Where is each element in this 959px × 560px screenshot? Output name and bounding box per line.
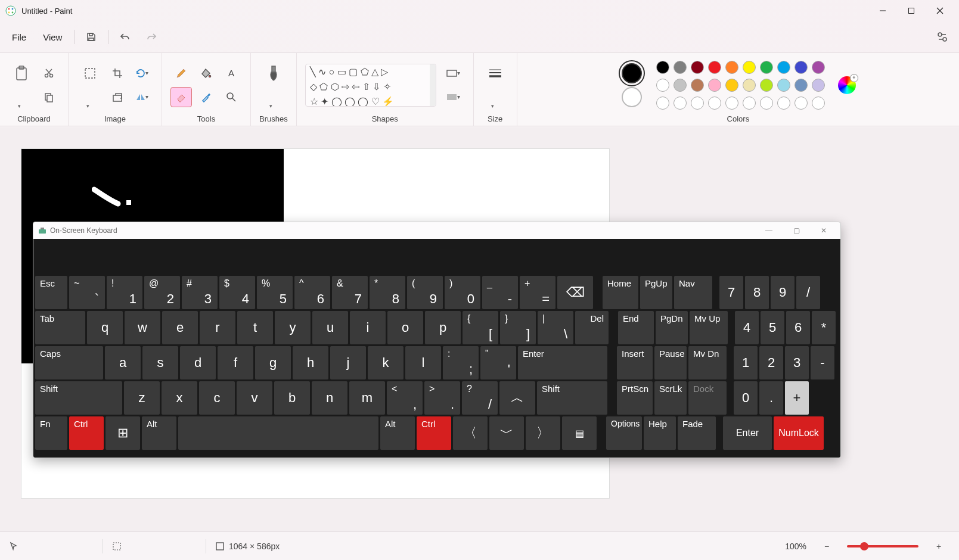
zoom-slider[interactable] <box>847 545 918 547</box>
color-swatch[interactable] <box>656 79 669 92</box>
key-2[interactable]: @2 <box>144 276 180 309</box>
key-shift-left[interactable]: Shift <box>35 381 122 415</box>
numkey-0[interactable]: 0 <box>734 381 758 415</box>
numkey-5[interactable]: 5 <box>761 311 784 344</box>
color1-swatch[interactable] <box>622 63 642 83</box>
key-esc[interactable]: Esc <box>35 276 67 309</box>
color-swatch[interactable] <box>725 61 738 74</box>
key-p[interactable]: p <box>425 311 461 344</box>
color-swatch[interactable] <box>691 97 704 110</box>
numkey-8[interactable]: 8 <box>745 276 769 309</box>
key-o[interactable]: o <box>387 311 423 344</box>
key-options[interactable]: Options <box>606 416 642 450</box>
color-swatch[interactable] <box>812 61 825 74</box>
color-swatch[interactable] <box>777 79 790 92</box>
key-pgup[interactable]: PgUp <box>640 276 672 309</box>
key-scrlk[interactable]: ScrLk <box>654 381 687 415</box>
key-m[interactable]: m <box>349 381 385 415</box>
key-t[interactable]: t <box>237 311 273 344</box>
key-n[interactable]: n <box>312 381 347 415</box>
close-button[interactable] <box>926 0 954 21</box>
key-space[interactable] <box>178 416 378 450</box>
key-w[interactable]: w <box>125 311 160 344</box>
key-9[interactable]: (9 <box>407 276 443 309</box>
shape-fill-button[interactable]: ▾ <box>443 87 465 107</box>
undo-button[interactable] <box>113 25 137 49</box>
key-home[interactable]: Home <box>603 276 638 309</box>
settings-button[interactable] <box>930 25 954 49</box>
color-swatch[interactable] <box>794 79 808 92</box>
numkey-enter[interactable]: Enter <box>723 416 772 450</box>
color-swatch[interactable] <box>656 97 669 110</box>
key-alt-right[interactable]: Alt <box>380 416 415 450</box>
color-swatch[interactable] <box>743 61 756 74</box>
key-h[interactable]: h <box>293 346 328 379</box>
numkey-multiply[interactable]: * <box>812 311 836 344</box>
color-swatch[interactable] <box>794 97 808 110</box>
key-l[interactable]: l <box>405 346 441 379</box>
text-tool[interactable]: A <box>221 63 242 83</box>
key-4[interactable]: $4 <box>219 276 255 309</box>
key-g[interactable]: g <box>255 346 291 379</box>
color-swatch[interactable] <box>777 61 790 74</box>
color-swatch[interactable] <box>760 61 773 74</box>
key-down[interactable]: ﹀ <box>489 416 524 450</box>
key-bracket-left[interactable]: {[ <box>463 311 498 344</box>
maximize-button[interactable] <box>897 0 926 21</box>
key-i[interactable]: i <box>350 311 386 344</box>
numkey-6[interactable]: 6 <box>786 311 810 344</box>
key-y[interactable]: y <box>275 311 311 344</box>
key-e[interactable]: e <box>162 311 198 344</box>
key-alt-left[interactable]: Alt <box>142 416 176 450</box>
key-enter[interactable]: Enter <box>518 346 607 379</box>
zoom-in-button[interactable]: + <box>928 536 949 556</box>
key-equals[interactable]: += <box>520 276 555 309</box>
key-ctrl-right[interactable]: Ctrl <box>417 416 451 450</box>
key-prtscn[interactable]: PrtScn <box>617 381 653 415</box>
key-bracket-right[interactable]: }] <box>500 311 536 344</box>
key-help[interactable]: Help <box>644 416 676 450</box>
key-dock[interactable]: Dock <box>688 381 727 415</box>
edit-colors-button[interactable] <box>838 76 856 94</box>
color-swatch[interactable] <box>691 61 704 74</box>
pencil-tool[interactable] <box>170 63 192 83</box>
paste-dropdown[interactable]: ▾ <box>8 90 30 110</box>
numkey-2[interactable]: 2 <box>759 346 783 379</box>
key-comma[interactable]: <, <box>387 381 423 415</box>
color-swatch[interactable] <box>725 79 738 92</box>
color-swatch[interactable] <box>708 79 721 92</box>
key-u[interactable]: u <box>312 311 348 344</box>
key-left[interactable]: 〈 <box>453 416 488 450</box>
numkey-7[interactable]: 7 <box>719 276 743 309</box>
osk-maximize-button[interactable]: ▢ <box>784 222 808 239</box>
key-j[interactable]: j <box>330 346 366 379</box>
key-numlock[interactable]: NumLock <box>774 416 824 450</box>
crop-button[interactable] <box>107 63 128 83</box>
numkey-3[interactable]: 3 <box>785 346 809 379</box>
brush-button[interactable] <box>260 60 287 86</box>
redo-button[interactable] <box>139 25 163 49</box>
key-pause[interactable]: Pause <box>654 346 687 379</box>
flip-button[interactable]: ▾ <box>132 87 153 107</box>
key-right[interactable]: 〉 <box>526 416 560 450</box>
numkey-9[interactable]: 9 <box>771 276 794 309</box>
key-3[interactable]: #3 <box>182 276 218 309</box>
key-del[interactable]: Del <box>575 311 609 344</box>
color-swatch[interactable] <box>725 97 738 110</box>
color2-swatch[interactable] <box>622 87 642 107</box>
key-win[interactable]: ⊞ <box>105 416 140 450</box>
color-swatch[interactable] <box>743 79 756 92</box>
menu-view[interactable]: View <box>36 29 69 46</box>
color-swatch[interactable] <box>656 61 669 74</box>
key-5[interactable]: %5 <box>257 276 293 309</box>
key-backtick[interactable]: ~` <box>69 276 105 309</box>
copy-button[interactable] <box>38 87 60 107</box>
osk-close-button[interactable]: ✕ <box>812 222 836 239</box>
minimize-button[interactable] <box>868 0 897 21</box>
color-swatch[interactable] <box>708 61 721 74</box>
eraser-tool[interactable] <box>170 87 192 107</box>
key-d[interactable]: d <box>180 346 216 379</box>
key-1[interactable]: !1 <box>107 276 142 309</box>
key-tab[interactable]: Tab <box>35 311 85 344</box>
color-swatch[interactable] <box>777 97 790 110</box>
